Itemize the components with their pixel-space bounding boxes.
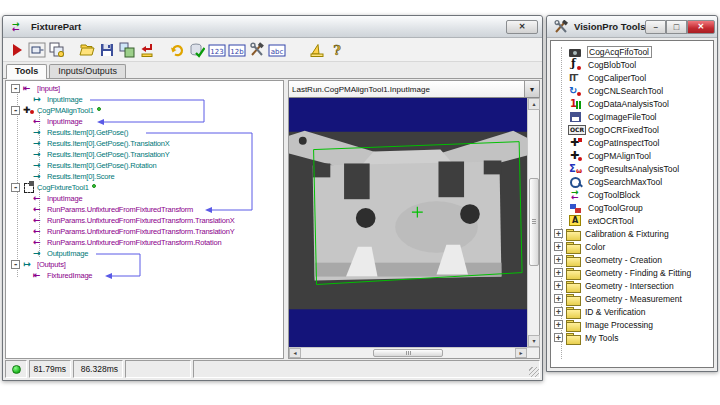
folder-color[interactable]: Color bbox=[551, 240, 713, 253]
tool-item-ocrfixed[interactable]: CogOCRFixedTool bbox=[551, 123, 713, 136]
folder-geometry-finding[interactable]: Geometry - Finding & Fitting bbox=[551, 266, 713, 279]
minimize-button[interactable] bbox=[645, 20, 666, 34]
expand-toggle[interactable] bbox=[554, 242, 563, 251]
image-display[interactable] bbox=[289, 98, 527, 347]
expand-toggle[interactable] bbox=[554, 320, 563, 329]
tree-item[interactable]: RunParams.UnfixturedFromFixturedTransfor… bbox=[6, 226, 283, 237]
expand-toggle[interactable] bbox=[11, 106, 20, 115]
expand-toggle[interactable] bbox=[554, 229, 563, 238]
tree-item[interactable]: Results.Item[0].GetPose().Rotation bbox=[6, 160, 283, 171]
tree-item[interactable]: Results.Item[0].GetPose() bbox=[6, 127, 283, 138]
data-ok-button[interactable] bbox=[188, 41, 206, 59]
status-cell bbox=[193, 360, 540, 378]
tree-item[interactable]: OutputImage bbox=[6, 248, 283, 259]
close-button[interactable] bbox=[687, 20, 715, 34]
maximize-button[interactable] bbox=[666, 20, 687, 34]
tool-item-patinspect[interactable]: CogPatInspectTool bbox=[551, 136, 713, 149]
vertical-scrollbar[interactable] bbox=[527, 98, 539, 347]
profiler-button[interactable] bbox=[308, 41, 326, 59]
tree-item[interactable]: RunParams.UnfixturedFromFixturedTransfor… bbox=[6, 204, 283, 215]
tree-item[interactable]: InputImage bbox=[6, 193, 283, 204]
tool-item-toolblock[interactable]: CogToolBlock bbox=[551, 188, 713, 201]
tool-item-label: CogCaliperTool bbox=[587, 73, 646, 83]
tree-item-fixture-tool[interactable]: CogFixtureTool1 bbox=[6, 182, 283, 193]
scroll-down-icon[interactable] bbox=[528, 335, 540, 347]
folder-icon bbox=[565, 241, 581, 253]
help-button[interactable]: ? bbox=[328, 41, 346, 59]
output-terminal-icon bbox=[33, 248, 46, 259]
tree-item[interactable]: Results.Item[0].Score bbox=[6, 171, 283, 182]
expand-toggle[interactable] bbox=[11, 260, 20, 269]
expand-toggle[interactable] bbox=[554, 255, 563, 264]
open-file-button[interactable] bbox=[78, 41, 96, 59]
reset-button[interactable] bbox=[138, 41, 156, 59]
expand-toggle[interactable] bbox=[11, 183, 20, 192]
copy-tool-button[interactable] bbox=[118, 41, 136, 59]
tools-titlebar[interactable]: VisionPro Tools bbox=[547, 16, 717, 38]
tool-item-caliper[interactable]: CogCaliperTool bbox=[551, 71, 713, 84]
show-image-button[interactable] bbox=[48, 41, 66, 59]
folder-calibration-fixturing[interactable]: Calibration & Fixturing bbox=[551, 227, 713, 240]
folder-image-processing[interactable]: Image Processing bbox=[551, 318, 713, 331]
expand-toggle[interactable] bbox=[11, 84, 20, 93]
tree-item-inputs[interactable]: [Inputs] bbox=[6, 83, 283, 94]
folder-my-tools[interactable]: My Tools bbox=[551, 331, 713, 344]
tool-item-label: CogToolBlock bbox=[587, 190, 640, 200]
tree-item-label: OutputImage bbox=[46, 249, 88, 258]
tool-item-toolgroup[interactable]: CogToolGroup bbox=[551, 201, 713, 214]
scroll-right-icon[interactable] bbox=[515, 348, 527, 358]
tree-item[interactable]: InputImage bbox=[6, 94, 283, 105]
tree-item-label: InputImage bbox=[46, 117, 83, 126]
tree-item[interactable]: RunParams.UnfixturedFromFixturedTransfor… bbox=[6, 215, 283, 226]
values-12b-button[interactable]: 12b bbox=[228, 41, 246, 59]
tree-item[interactable]: InputImage bbox=[6, 116, 283, 127]
tool-item-blob[interactable]: CogBlobTool bbox=[551, 58, 713, 71]
values-123-button[interactable]: 123 bbox=[208, 41, 226, 59]
tree-item-label: Results.Item[0].GetPose().TranslationY bbox=[46, 150, 170, 159]
values-abc-button[interactable]: abc bbox=[268, 41, 286, 59]
scroll-up-icon[interactable] bbox=[528, 98, 540, 110]
folder-geometry-intersection[interactable]: Geometry - Intersection bbox=[551, 279, 713, 292]
image-source-combobox[interactable]: LastRun.CogPMAlignTool1.InputImage bbox=[289, 81, 539, 98]
expand-toggle[interactable] bbox=[554, 281, 563, 290]
tool-item-extocr[interactable]: extOCRTool bbox=[551, 214, 713, 227]
folder-id-verification[interactable]: ID & Verification bbox=[551, 305, 713, 318]
vertical-scroll-thumb[interactable] bbox=[529, 178, 539, 266]
horizontal-scrollbar[interactable] bbox=[289, 347, 539, 358]
tree-item-pmalign-tool[interactable]: CogPMAlignTool1 bbox=[6, 105, 283, 116]
tree-item-outputs[interactable]: [Outputs] bbox=[6, 259, 283, 270]
tree-item[interactable]: RunParams.UnfixturedFromFixturedTransfor… bbox=[6, 237, 283, 248]
tree-item[interactable]: Results.Item[0].GetPose().TranslationX bbox=[6, 138, 283, 149]
tool-item-resultsanalysis[interactable]: CogResultsAnalysisTool bbox=[551, 162, 713, 175]
tool-item-dataanalysis[interactable]: CogDataAnalysisTool bbox=[551, 97, 713, 110]
expand-toggle[interactable] bbox=[554, 294, 563, 303]
svg-text:123: 123 bbox=[210, 47, 223, 55]
fixturepart-titlebar[interactable]: FixturePart bbox=[3, 16, 542, 38]
folder-geometry-creation[interactable]: Geometry - Creation bbox=[551, 253, 713, 266]
tree-item[interactable]: FixturedImage bbox=[6, 270, 283, 281]
tool-item-imagefile[interactable]: CogImageFileTool bbox=[551, 110, 713, 123]
tool-item-cnlsearch[interactable]: CogCNLSearchTool bbox=[551, 84, 713, 97]
run-params-button[interactable] bbox=[28, 41, 46, 59]
folder-icon bbox=[565, 254, 581, 266]
tool-item-pmalign[interactable]: CogPMAlignTool bbox=[551, 149, 713, 162]
save-file-button[interactable] bbox=[98, 41, 116, 59]
folder-icon bbox=[565, 319, 581, 331]
close-button[interactable] bbox=[506, 20, 538, 34]
chevron-down-icon[interactable] bbox=[524, 81, 539, 97]
horizontal-scroll-thumb[interactable] bbox=[373, 349, 443, 357]
rerun-button[interactable] bbox=[168, 41, 186, 59]
tab-inputs-outputs[interactable]: Inputs/Outputs bbox=[49, 64, 126, 78]
expand-toggle[interactable] bbox=[554, 307, 563, 316]
tool-item-label: CogPatInspectTool bbox=[587, 138, 659, 148]
run-button[interactable] bbox=[8, 41, 26, 59]
expand-toggle[interactable] bbox=[554, 268, 563, 277]
expand-toggle[interactable] bbox=[554, 333, 563, 342]
tab-tools[interactable]: Tools bbox=[6, 64, 47, 79]
tree-item[interactable]: Results.Item[0].GetPose().TranslationY bbox=[6, 149, 283, 160]
resize-grip[interactable] bbox=[529, 367, 539, 377]
edit-tools-button[interactable] bbox=[248, 41, 266, 59]
folder-geometry-measurement[interactable]: Geometry - Measurement bbox=[551, 292, 713, 305]
output-terminal-icon bbox=[33, 171, 46, 182]
scroll-left-icon[interactable] bbox=[289, 348, 301, 358]
